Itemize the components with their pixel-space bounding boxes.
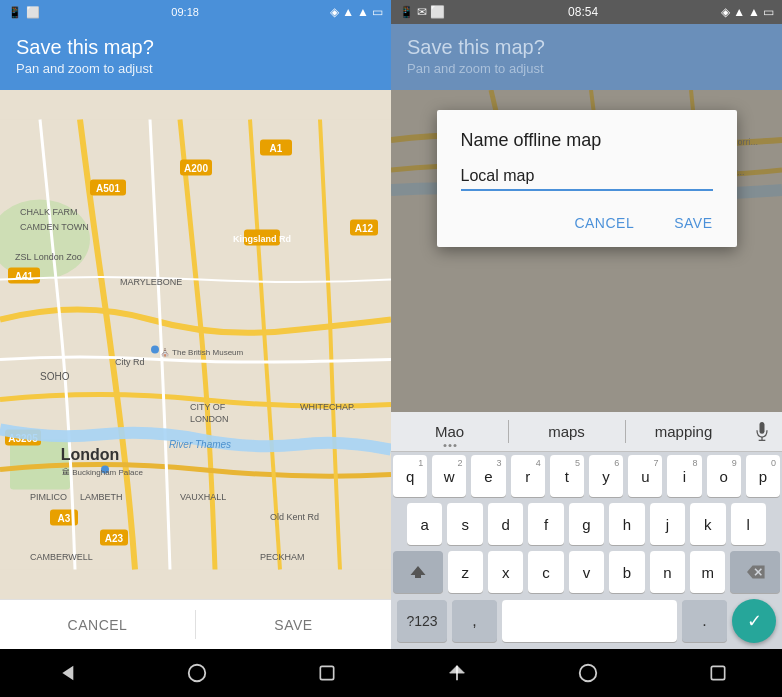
svg-text:WHITECHAP.: WHITECHAP.: [300, 402, 355, 412]
key-w[interactable]: 2w: [432, 455, 466, 497]
svg-text:CITY OF: CITY OF: [190, 402, 226, 412]
right-header-title: Save this map?: [407, 36, 766, 59]
right-location-icon: ◈: [721, 5, 730, 19]
left-cancel-button[interactable]: CANCEL: [0, 600, 195, 649]
enter-key[interactable]: ✓: [732, 599, 776, 643]
svg-text:CHALK FARM: CHALK FARM: [20, 207, 78, 217]
left-header-subtitle: Pan and zoom to adjust: [16, 61, 375, 76]
suggestion-mao[interactable]: Mao: [391, 412, 508, 451]
wifi-icon: ▲: [342, 5, 354, 19]
shift-key[interactable]: [393, 551, 443, 593]
key-p[interactable]: 0p: [746, 455, 780, 497]
key-row-1: 1q 2w 3e 4r 5t 6y 7u 8i 9o 0p: [391, 452, 782, 500]
key-x[interactable]: x: [488, 551, 523, 593]
svg-text:A1: A1: [270, 143, 283, 154]
left-header: Save this map? Pan and zoom to adjust: [0, 24, 391, 90]
left-recents-button[interactable]: [317, 663, 337, 683]
key-b[interactable]: b: [609, 551, 644, 593]
comma-key[interactable]: ,: [452, 600, 497, 642]
svg-text:River Thames: River Thames: [169, 439, 231, 450]
key-y[interactable]: 6y: [589, 455, 623, 497]
right-recents-button[interactable]: [708, 663, 728, 683]
key-q[interactable]: 1q: [393, 455, 427, 497]
left-status-bar: 📱 ⬜ 09:18 ◈ ▲ ▲ ▭: [0, 0, 391, 24]
sym-key[interactable]: ?123: [397, 600, 447, 642]
map-name-input[interactable]: [461, 163, 713, 191]
key-z[interactable]: z: [448, 551, 483, 593]
space-key[interactable]: [502, 600, 677, 642]
svg-text:VAUXHALL: VAUXHALL: [180, 492, 226, 502]
battery-icon: ▭: [372, 5, 383, 19]
period-key[interactable]: .: [682, 600, 727, 642]
right-map-area: Mor... Gran... S Dow... Burlington Pl...…: [391, 90, 782, 412]
key-n[interactable]: n: [650, 551, 685, 593]
key-c[interactable]: c: [528, 551, 563, 593]
svg-text:A41: A41: [15, 271, 34, 282]
svg-marker-42: [62, 666, 73, 681]
key-t[interactable]: 5t: [550, 455, 584, 497]
svg-text:Old Kent Rd: Old Kent Rd: [270, 512, 319, 522]
left-map-area[interactable]: A41 A501 A200 A1 A3205 A3 A23 A12: [0, 90, 391, 599]
svg-text:A23: A23: [105, 533, 124, 544]
key-d[interactable]: d: [488, 503, 523, 545]
svg-text:LAMBETH: LAMBETH: [80, 492, 123, 502]
svg-text:ZSL London Zoo: ZSL London Zoo: [15, 252, 82, 262]
key-a[interactable]: a: [407, 503, 442, 545]
key-f[interactable]: f: [528, 503, 563, 545]
key-m[interactable]: m: [690, 551, 725, 593]
svg-text:PIMLICO: PIMLICO: [30, 492, 67, 502]
key-row-2: a s d f g h j k l: [391, 500, 782, 548]
svg-marker-55: [747, 566, 765, 579]
svg-text:LONDON: LONDON: [190, 414, 229, 424]
key-i[interactable]: 8i: [667, 455, 701, 497]
dialog-input-area[interactable]: [437, 163, 737, 199]
left-back-button[interactable]: [55, 662, 77, 684]
key-row-3: z x c v b n m: [391, 548, 782, 596]
key-e[interactable]: 3e: [471, 455, 505, 497]
svg-rect-61: [711, 666, 724, 679]
left-map-svg: A41 A501 A200 A1 A3205 A3 A23 A12: [0, 90, 391, 599]
left-status-icons: 📱 ⬜: [8, 6, 40, 19]
suggestion-mapping[interactable]: mapping: [625, 412, 742, 451]
key-l[interactable]: l: [731, 503, 766, 545]
sim-icon: ⬜: [26, 6, 40, 19]
key-s[interactable]: s: [447, 503, 482, 545]
key-k[interactable]: k: [690, 503, 725, 545]
left-home-button[interactable]: [186, 662, 208, 684]
svg-text:CAMBERWELL: CAMBERWELL: [30, 552, 93, 562]
svg-text:Kingsland Rd: Kingsland Rd: [233, 234, 291, 244]
right-back-button[interactable]: [446, 662, 468, 684]
key-g[interactable]: g: [569, 503, 604, 545]
name-offline-map-dialog: Name offline map CANCEL SAVE: [437, 110, 737, 247]
right-header-subtitle: Pan and zoom to adjust: [407, 61, 766, 76]
key-v[interactable]: v: [569, 551, 604, 593]
svg-text:A501: A501: [96, 183, 120, 194]
svg-text:PECKHAM: PECKHAM: [260, 552, 305, 562]
right-header: Save this map? Pan and zoom to adjust: [391, 24, 782, 90]
suggestion-maps[interactable]: maps: [508, 412, 625, 451]
backspace-key[interactable]: [730, 551, 780, 593]
phone-icon: 📱: [8, 6, 22, 19]
key-o[interactable]: 9o: [707, 455, 741, 497]
right-signal-icon: ▲: [748, 5, 760, 19]
key-r[interactable]: 4r: [511, 455, 545, 497]
svg-point-60: [579, 665, 596, 682]
dialog-overlay: Name offline map CANCEL SAVE: [391, 90, 782, 412]
mic-button[interactable]: [742, 422, 782, 442]
svg-text:CAMDEN TOWN: CAMDEN TOWN: [20, 222, 89, 232]
key-j[interactable]: j: [650, 503, 685, 545]
svg-text:A200: A200: [184, 163, 208, 174]
key-u[interactable]: 7u: [628, 455, 662, 497]
right-home-button[interactable]: [577, 662, 599, 684]
svg-point-36: [151, 346, 159, 354]
location-icon: ◈: [330, 5, 339, 19]
right-right-icons: ◈ ▲ ▲ ▭: [721, 5, 774, 19]
dialog-cancel-button[interactable]: CANCEL: [558, 207, 650, 239]
dialog-save-button[interactable]: SAVE: [658, 207, 728, 239]
key-h[interactable]: h: [609, 503, 644, 545]
svg-text:A12: A12: [355, 223, 374, 234]
keyboard: Mao maps mapping 1q: [391, 412, 782, 649]
svg-rect-51: [760, 422, 765, 434]
left-right-icons: ◈ ▲ ▲ ▭: [330, 5, 383, 19]
left-save-button[interactable]: SAVE: [196, 600, 391, 649]
